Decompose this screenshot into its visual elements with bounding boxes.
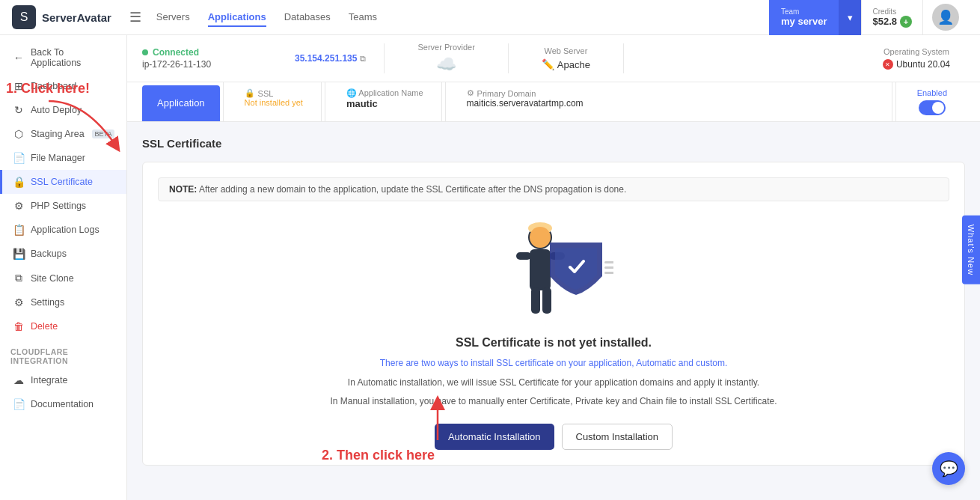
- web-server-name: Apache: [557, 59, 590, 70]
- ssl-illustration: [494, 216, 613, 321]
- team-dropdown[interactable]: ▾: [839, 0, 861, 35]
- sidebar-item-documentation[interactable]: 📄 Documentation: [0, 392, 126, 416]
- web-server-section: Web Server ✏️ Apache: [527, 46, 605, 70]
- top-navigation: S ServerAvatar ☰ Servers Applications Da…: [0, 0, 980, 35]
- ssl-icon: 🔒: [13, 176, 25, 188]
- settings-icon: ⚙: [13, 296, 25, 308]
- sidebar-item-ssl[interactable]: 🔒 SSL Certificate: [0, 170, 126, 194]
- globe-icon: 🌐: [346, 88, 357, 97]
- avatar[interactable]: 👤: [932, 4, 959, 31]
- custom-install-button[interactable]: Custom Installation: [562, 424, 673, 450]
- team-button[interactable]: Team my server: [769, 0, 839, 35]
- lock-icon: 🔒: [245, 88, 255, 98]
- app-logs-icon: 📋: [13, 224, 25, 236]
- domain-value: maiticis.serveravatartmp.com: [467, 98, 874, 109]
- nav-servers[interactable]: Servers: [156, 8, 190, 27]
- sidebar-item-file-manager[interactable]: 📄 File Manager: [0, 146, 126, 170]
- sidebar-item-settings[interactable]: ⚙ Settings: [0, 290, 126, 314]
- team-name: my server: [781, 16, 827, 27]
- backups-icon: 💾: [13, 248, 25, 260]
- page-content: SSL Certificate NOTE: After adding a new…: [127, 122, 980, 481]
- sidebar-item-auto-deploy[interactable]: ↻ Auto Deploy: [0, 98, 126, 122]
- tab-application[interactable]: Application: [142, 85, 220, 121]
- sidebar-item-delete[interactable]: 🗑 Delete: [0, 314, 126, 338]
- os-label: Operating System: [883, 47, 949, 56]
- logo[interactable]: S ServerAvatar: [12, 5, 111, 29]
- sidebar-item-backups[interactable]: 💾 Backups: [0, 242, 126, 266]
- server-divider: [384, 43, 385, 73]
- whats-new-button[interactable]: What's New: [962, 216, 980, 284]
- staging-badge: BETA: [92, 129, 115, 138]
- sidebar-item-staging[interactable]: ⬡ Staging Area BETA: [0, 122, 126, 146]
- tab-app-name: 🌐 Application Name mautic: [328, 82, 442, 121]
- nav-applications[interactable]: Applications: [208, 8, 266, 27]
- svg-rect-1: [530, 249, 551, 290]
- hamburger-icon[interactable]: ☰: [129, 9, 141, 25]
- os-icon: ✕: [883, 59, 893, 70]
- ssl-not-installed-text: SSL Certificate is not yet installed.: [158, 336, 949, 350]
- main-content: Connected ip-172-26-11-130 35.154.251.13…: [127, 35, 980, 481]
- ssl-buttons: Automatic Installation Custom Installati…: [158, 424, 949, 450]
- server-hostname: ip-172-26-11-130: [142, 59, 211, 70]
- chat-button[interactable]: 💬: [932, 452, 965, 485]
- sidebar-item-site-clone[interactable]: ⧉ Site Clone: [0, 266, 126, 290]
- sidebar-item-php[interactable]: ⚙ PHP Settings: [0, 194, 126, 218]
- nav-teams[interactable]: Teams: [349, 8, 377, 27]
- integrate-icon: ☁: [13, 374, 25, 386]
- enabled-label: Enabled: [917, 88, 947, 97]
- dashboard-icon: ⊞: [13, 80, 25, 92]
- sidebar-item-back[interactable]: ← Back To Applications: [0, 41, 126, 74]
- team-label: Team: [781, 7, 827, 16]
- os-section: Operating System ✕ Ubuntu 20.04: [868, 47, 965, 70]
- ssl-note: NOTE: After adding a new domain to the a…: [158, 177, 949, 201]
- enable-toggle[interactable]: [919, 100, 946, 115]
- server-divider-2: [508, 43, 509, 73]
- app-name-value: mautic: [346, 98, 423, 109]
- staging-icon: ⬡: [13, 128, 25, 140]
- credits-add-icon[interactable]: +: [900, 16, 912, 28]
- server-provider: Server Provider ☁️: [402, 43, 489, 74]
- server-bar: Connected ip-172-26-11-130 35.154.251.13…: [127, 35, 980, 82]
- automatic-install-button[interactable]: Automatic Installation: [435, 424, 554, 450]
- php-icon: ⚙: [13, 200, 25, 212]
- server-divider-3: [623, 43, 624, 73]
- provider-cloud-icon: ☁️: [436, 55, 456, 74]
- ssl-desc-1: There are two ways to install SSL certif…: [158, 356, 949, 371]
- auto-deploy-icon: ↻: [13, 104, 25, 116]
- ssl-section-title: SSL Certificate: [142, 137, 965, 150]
- provider-label: Server Provider: [417, 43, 474, 52]
- chat-icon: 💬: [940, 460, 958, 478]
- sidebar-item-app-logs[interactable]: 📋 Application Logs: [0, 218, 126, 242]
- nav-databases[interactable]: Databases: [284, 8, 331, 27]
- documentation-icon: 📄: [13, 398, 25, 410]
- ssl-desc-2: In Automatic installation, we will issue…: [158, 375, 949, 390]
- ssl-desc-3: In Manual installation, you have to manu…: [158, 394, 949, 409]
- sidebar: ← Back To Applications ⊞ Dashboard ↻ Aut…: [0, 35, 127, 500]
- settings-small-icon: ⚙: [467, 88, 474, 98]
- server-info: Connected ip-172-26-11-130: [142, 47, 277, 70]
- svg-rect-5: [542, 287, 551, 314]
- credits-value: $52.8 +: [872, 16, 912, 28]
- copy-ip-icon[interactable]: ⧉: [360, 54, 366, 64]
- sidebar-item-dashboard[interactable]: ⊞ Dashboard: [0, 74, 126, 98]
- ssl-status-value: Not installed yet: [245, 98, 303, 107]
- tab-bar: Application 🔒 SSL Not installed yet 🌐 Ap…: [127, 82, 980, 122]
- credits-area: Credits $52.8 +: [861, 0, 923, 35]
- credits-label: Credits: [872, 7, 912, 16]
- svg-rect-4: [531, 287, 540, 314]
- tab-ssl-info: 🔒 SSL Not installed yet: [227, 82, 322, 121]
- ssl-card: NOTE: After adding a new domain to the a…: [142, 162, 965, 466]
- svg-rect-2: [516, 252, 531, 260]
- svg-rect-9: [604, 266, 613, 269]
- svg-point-7: [530, 227, 551, 248]
- file-manager-icon: 📄: [13, 152, 25, 164]
- cloudflare-section-label: Cloudflare Integration: [0, 338, 126, 368]
- annotation-step-2: 2. Then click here: [322, 448, 435, 463]
- toggle-knob: [932, 102, 944, 114]
- logo-text: ServerAvatar: [42, 11, 111, 24]
- os-name: Ubuntu 20.04: [896, 59, 950, 70]
- server-ip-address: 35.154.251.135: [295, 53, 357, 64]
- apache-icon: ✏️: [542, 58, 554, 70]
- sidebar-item-integrate[interactable]: ☁ Integrate: [0, 368, 126, 392]
- logo-icon: S: [12, 5, 36, 29]
